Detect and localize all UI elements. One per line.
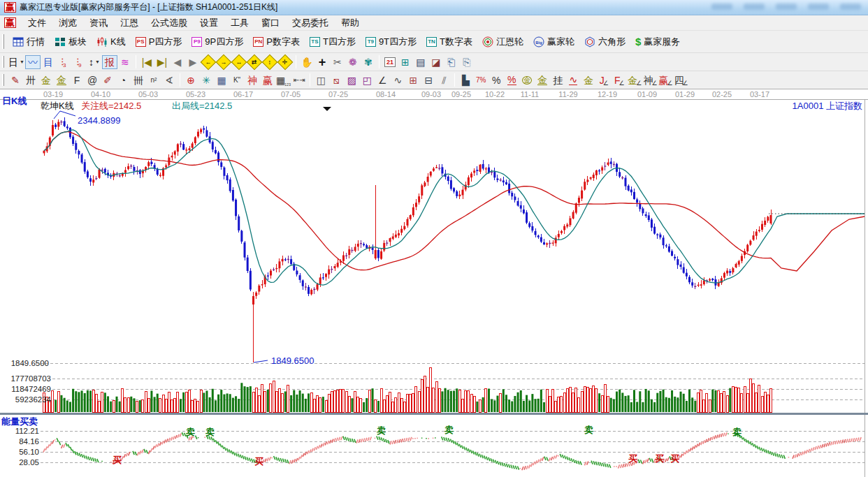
compress-button[interactable]: ⇄ xyxy=(247,55,262,69)
shen-angle-button[interactable]: 神∠ xyxy=(642,73,658,87)
span-arrows-button[interactable]: ⇤⇥ xyxy=(291,73,307,87)
toolbar-item-赢家服务[interactable]: $赢家服务 xyxy=(630,34,685,50)
gold-lines-button[interactable]: 金 xyxy=(535,73,550,87)
toolbar-grip[interactable] xyxy=(2,74,4,87)
menu-item[interactable]: 工具 xyxy=(224,15,255,31)
chart-scale-button[interactable]: ▙ xyxy=(458,73,473,87)
menu-item[interactable]: 公式选股 xyxy=(145,15,194,31)
j-angle-button[interactable]: J∠ xyxy=(596,73,612,87)
star-grid-button[interactable]: ✳ xyxy=(198,73,214,87)
candle-combine-3-button[interactable]: ⫶3 xyxy=(56,55,71,69)
gold-ratio-button[interactable]: 金 xyxy=(38,73,54,87)
next-page-button[interactable]: ▶ xyxy=(185,55,201,69)
period-day-dropdown[interactable]: 日▼ xyxy=(8,55,25,69)
smart-button[interactable]: ✾ xyxy=(361,55,376,69)
draw-pencil2-button[interactable]: ✐ xyxy=(100,73,115,87)
wave-avg-button[interactable]: ∿ xyxy=(565,73,581,87)
toolbar-item-行情[interactable]: 行情 xyxy=(8,34,50,50)
red-grid-button[interactable]: ⊞ xyxy=(405,73,421,87)
menu-item[interactable]: 窗口 xyxy=(255,15,286,31)
draw-pencil-button[interactable]: ✎ xyxy=(8,73,23,87)
first-page-button[interactable]: |◀ xyxy=(139,55,154,69)
menu-item[interactable]: 江恩 xyxy=(114,15,145,31)
calculator-button[interactable]: ⊞ xyxy=(398,55,413,69)
zoom-left-button[interactable]: ← xyxy=(201,55,216,69)
percent-lines-button[interactable]: % xyxy=(504,73,519,87)
gann-shape-button[interactable]: ❁ xyxy=(345,55,361,69)
toolbar-item-赢家轮[interactable]: Big赢家轮 xyxy=(528,34,579,50)
prev-page-button[interactable]: ◀ xyxy=(170,55,185,69)
report-button[interactable]: 报 xyxy=(102,55,117,69)
pct7-button[interactable]: 7% xyxy=(473,73,489,87)
gold-ratio2-button[interactable]: 金 xyxy=(54,73,69,87)
info-list-button[interactable]: 目 xyxy=(41,55,56,69)
parallel-lines-button[interactable]: ⫽ xyxy=(436,73,451,87)
rays-fan-button[interactable]: ⧅ xyxy=(328,73,344,87)
save-chart-button[interactable]: ◪ xyxy=(428,55,444,69)
toolbar-item-T四方形[interactable]: TST四方形 xyxy=(305,34,361,50)
toolbar-grip[interactable] xyxy=(2,56,4,68)
menu-item[interactable]: 交易委托 xyxy=(286,15,335,31)
target-cross-button[interactable]: ⊕ xyxy=(183,73,198,87)
box-fan-button[interactable]: ▨ xyxy=(344,73,359,87)
toolbar-item-K线[interactable]: K线 xyxy=(92,34,131,50)
n-square-button[interactable]: n² xyxy=(146,73,161,87)
gold-angle-button[interactable]: 金∠ xyxy=(627,73,642,87)
flag-tool-button[interactable]: 挂 xyxy=(550,73,565,87)
expand-vert-button[interactable]: ↕ xyxy=(262,55,277,69)
pc-tools-button[interactable]: ⎘ xyxy=(459,55,475,69)
shen-tool-button[interactable]: 神 xyxy=(245,73,260,87)
zoom-horiz-button[interactable]: ↔ xyxy=(231,55,247,69)
gold-circle-button[interactable]: 金 xyxy=(519,73,535,87)
ying-tool-button[interactable]: 赢 xyxy=(260,73,275,87)
chart-area[interactable]: 03-1904-1005-0305-2306-1707-0507-2508-14… xyxy=(0,89,868,477)
toolbar-item-T数字表[interactable]: TNT数字表 xyxy=(421,34,477,50)
gold-box-button[interactable]: 金 xyxy=(581,73,596,87)
menu-item[interactable]: 帮助 xyxy=(335,15,366,31)
zoom-all-button[interactable]: ✛ xyxy=(277,55,293,69)
toolbar-item-P数字表[interactable]: PNP数字表 xyxy=(248,34,305,50)
compass-circle-button[interactable]: ◔ xyxy=(115,73,131,87)
hash-lines-button[interactable]: 卌 xyxy=(131,73,146,87)
toolbar-item-9P四方形[interactable]: P99P四方形 xyxy=(187,34,248,50)
angle-tool-button[interactable]: ∠ xyxy=(375,73,390,87)
square-grid-button[interactable]: ▦ xyxy=(214,73,229,87)
toolbar-item-9T四方形[interactable]: T99T四方形 xyxy=(361,34,421,50)
angle-line-button[interactable]: ∢ xyxy=(161,73,177,87)
last-page-button[interactable]: ▶| xyxy=(154,55,170,69)
hand-drag-button[interactable]: ✋ xyxy=(299,55,314,69)
grid-123-button[interactable]: ▦₁₂₃ xyxy=(275,73,291,87)
wave-tool-button[interactable]: ∿ xyxy=(390,73,405,87)
box-x-button[interactable]: ◰ xyxy=(359,73,375,87)
ying-angle-button[interactable]: 赢∠ xyxy=(658,73,673,87)
menu-item[interactable]: 资讯 xyxy=(83,15,114,31)
dark-grid-button[interactable]: ⊟ xyxy=(421,73,436,87)
cut-button[interactable]: ✂ xyxy=(330,55,345,69)
percent-button[interactable]: % xyxy=(489,73,504,87)
chart-pattern-button[interactable]: 〰 xyxy=(25,55,41,69)
toolbar-item-六角形[interactable]: 六角形 xyxy=(579,34,630,50)
four-angle-button[interactable]: 四∠ xyxy=(674,73,689,87)
kline-chart-svg[interactable]: 03-1904-1005-0305-2306-1707-0507-2508-14… xyxy=(0,89,868,477)
color-bars-button[interactable]: ≋ xyxy=(117,55,133,69)
candle-combine-9-button[interactable]: ⫶9 xyxy=(71,55,87,69)
zoom-right-button[interactable]: → xyxy=(216,55,231,69)
fibo-f-button[interactable]: F xyxy=(69,73,85,87)
spiral-button[interactable]: @ xyxy=(85,73,100,87)
box-line-button[interactable]: ◫ xyxy=(313,73,328,87)
toolbar-item-江恩轮[interactable]: 江恩轮 xyxy=(477,34,528,50)
scale-mode-dropdown[interactable]: ↕▼ xyxy=(87,55,102,69)
toolbar-item-P四方形[interactable]: PSP四方形 xyxy=(131,34,187,50)
k-mark-button[interactable]: K" xyxy=(229,73,245,87)
notes-button[interactable]: ▤ xyxy=(413,55,428,69)
menu-item[interactable]: 设置 xyxy=(194,15,224,31)
remote-data-button[interactable]: ⎗ xyxy=(444,55,459,69)
menu-item[interactable]: 文件 xyxy=(22,15,52,31)
grid-lines-button[interactable]: 卅 xyxy=(23,73,38,87)
menu-item[interactable]: 浏览 xyxy=(52,15,83,31)
f-angle-button[interactable]: F∠ xyxy=(612,73,627,87)
toolbar-item-板块[interactable]: 板块 xyxy=(50,34,92,50)
crosshair-button[interactable]: + xyxy=(314,55,330,69)
toolbar-grip[interactable] xyxy=(2,34,4,50)
calendar-button[interactable]: 21 xyxy=(382,55,398,69)
